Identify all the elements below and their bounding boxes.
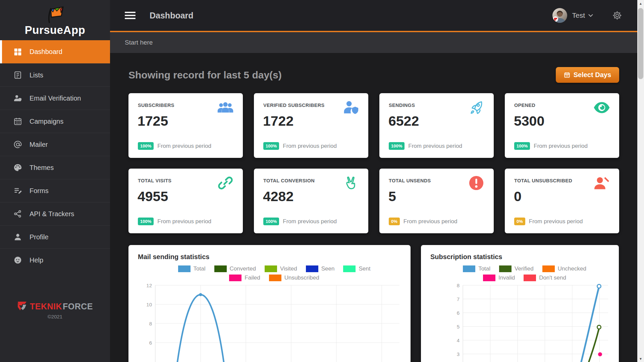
subscription-plot: 8 7 6 5 4 3: [430, 283, 609, 362]
legend-item[interactable]: Unsubscribed: [269, 275, 319, 281]
legend-item[interactable]: Unchecked: [542, 265, 586, 272]
card-label: TOTAL VISITS: [138, 178, 171, 183]
legend-item[interactable]: Failed: [229, 275, 260, 281]
mail-sending-chart-card: Mail sending statistics Total Converted …: [128, 245, 411, 362]
sidebar-item-themes[interactable]: Themes: [0, 156, 110, 179]
legend-item[interactable]: Visited: [265, 265, 297, 272]
user-icon: [12, 233, 23, 241]
legend-swatch: [499, 265, 512, 272]
breadcrumb: Start here: [125, 39, 153, 46]
scroll-down-arrow-icon[interactable]: ▼: [637, 355, 644, 362]
card-value: 0: [514, 189, 522, 204]
app-logo[interactable]: PursueApp: [0, 0, 110, 40]
sidebar-item-forms[interactable]: Forms: [0, 179, 110, 202]
users-group-icon: [217, 100, 234, 115]
card-subscribers: SUBSCRIBERS 1725 100% From previous peri…: [128, 93, 243, 158]
mail-sending-plot: 12 10 8 6: [138, 283, 401, 362]
share-nodes-icon: [12, 209, 23, 218]
list-clipboard-icon: [12, 71, 23, 79]
dashboard-page: PursueApp Dashboard Lists Email Verifica…: [0, 0, 644, 362]
sidebar-item-email-verification[interactable]: Email Verification: [0, 86, 110, 110]
legend-swatch: [463, 265, 475, 272]
sidebar-item-label: API & Trackers: [30, 210, 74, 218]
pct-badge: 0%: [389, 218, 400, 225]
page-title: Dashboard: [150, 11, 194, 20]
legend-item[interactable]: Don't send: [524, 275, 566, 281]
card-note: From previous period: [534, 143, 588, 149]
top-header: Dashboard Test: [110, 0, 637, 32]
dashboard-grid-icon: [12, 48, 23, 56]
card-label: SENDINGS: [389, 103, 415, 108]
card-total-unsubscribed: TOTAL UNSUBSCRIBED 0 0% From previous pe…: [505, 169, 619, 233]
sidebar-item-mailer[interactable]: Mailer: [0, 133, 110, 156]
at-sign-icon: [12, 140, 23, 149]
sidebar-item-api-trackers[interactable]: API & Trackers: [0, 202, 110, 225]
total-end-marker: [597, 285, 601, 288]
legend-item[interactable]: Converted: [214, 265, 256, 272]
pct-badge: 100%: [263, 142, 279, 150]
legend-swatch: [178, 265, 191, 272]
svg-text:8: 8: [149, 321, 152, 326]
charts-row: Mail sending statistics Total Converted …: [128, 245, 637, 362]
svg-text:12: 12: [146, 283, 152, 288]
avatar[interactable]: [552, 8, 567, 23]
card-note: From previous period: [157, 218, 211, 225]
legend-item[interactable]: Seen: [306, 265, 335, 272]
chart-legend: Total Converted Visited Seen Sent Failed…: [138, 265, 411, 281]
card-verified-subscribers: VERIFIED SUBSCRIBERS 1722 100% From prev…: [254, 93, 368, 158]
legend-swatch: [306, 265, 318, 272]
user-shield-icon: [342, 100, 360, 115]
card-value: 4955: [138, 189, 168, 204]
card-note: From previous period: [529, 218, 583, 225]
record-heading: Showing record for last 5 day(s): [128, 69, 282, 81]
victory-hand-icon: [342, 175, 360, 191]
user-menu[interactable]: Test: [572, 11, 585, 19]
legend-item[interactable]: Sent: [343, 265, 370, 272]
rocket-icon: [468, 100, 485, 115]
card-note: From previous period: [408, 143, 462, 149]
card-note: From previous period: [283, 143, 337, 149]
card-label: TOTAL UNSENDS: [389, 178, 431, 183]
calendar-icon: [12, 117, 23, 126]
card-value: 6522: [388, 113, 419, 129]
card-value: 1722: [263, 113, 293, 129]
legend-swatch: [542, 265, 555, 272]
sidebar-item-lists[interactable]: Lists: [0, 63, 110, 86]
sidebar-item-campaigns[interactable]: Campaigns: [0, 110, 110, 133]
card-label: VERIFIED SUBSCRIBERS: [263, 103, 324, 108]
exclamation-circle-icon: [468, 175, 485, 191]
legend-swatch: [214, 265, 227, 272]
chart-legend: Total Verified Unchecked Invalid Don't s…: [430, 265, 619, 281]
select-days-button[interactable]: Select Days: [556, 67, 619, 83]
card-total-visits: TOTAL VISITS 4955 100% From previous per…: [128, 169, 243, 233]
legend-item[interactable]: Total: [463, 265, 490, 272]
stat-cards-row-1: SUBSCRIBERS 1725 100% From previous peri…: [128, 93, 619, 158]
legend-item[interactable]: Total: [178, 265, 206, 272]
invalid-end-marker: [598, 352, 602, 356]
svg-text:6: 6: [457, 310, 460, 316]
sidebar: PursueApp Dashboard Lists Email Verifica…: [0, 0, 110, 362]
legend-item[interactable]: Invalid: [483, 275, 515, 281]
sidebar-item-dashboard[interactable]: Dashboard: [0, 40, 110, 63]
scrollbar-thumb[interactable]: [638, 8, 643, 79]
teknikforce-brand: TEKNIKFORCE ©2021: [0, 301, 110, 319]
sidebar-item-help[interactable]: Help: [0, 248, 110, 272]
sidebar-item-profile[interactable]: Profile: [0, 225, 110, 248]
scroll-up-arrow-icon[interactable]: ▲: [637, 0, 644, 7]
pct-badge: 100%: [138, 142, 154, 150]
card-sendings: SENDINGS 6522 100% From previous period: [379, 93, 494, 158]
chevron-down-icon[interactable]: [588, 14, 593, 17]
menu-toggle-icon[interactable]: [125, 10, 136, 21]
page-scrollbar[interactable]: ▲ ▼: [637, 0, 644, 362]
card-total-conversion: TOTAL CONVERSION 4282 100% From previous…: [254, 169, 368, 233]
sidebar-item-label: Themes: [30, 164, 54, 172]
svg-text:6: 6: [149, 340, 152, 346]
svg-text:10: 10: [146, 302, 152, 307]
sidebar-item-label: Help: [30, 256, 43, 264]
legend-swatch: [483, 275, 495, 281]
calendar-icon: [564, 72, 570, 78]
card-value: 4282: [263, 189, 293, 204]
settings-gear-icon[interactable]: [612, 10, 623, 21]
card-label: SUBSCRIBERS: [138, 103, 174, 108]
legend-item[interactable]: Verified: [499, 265, 534, 272]
